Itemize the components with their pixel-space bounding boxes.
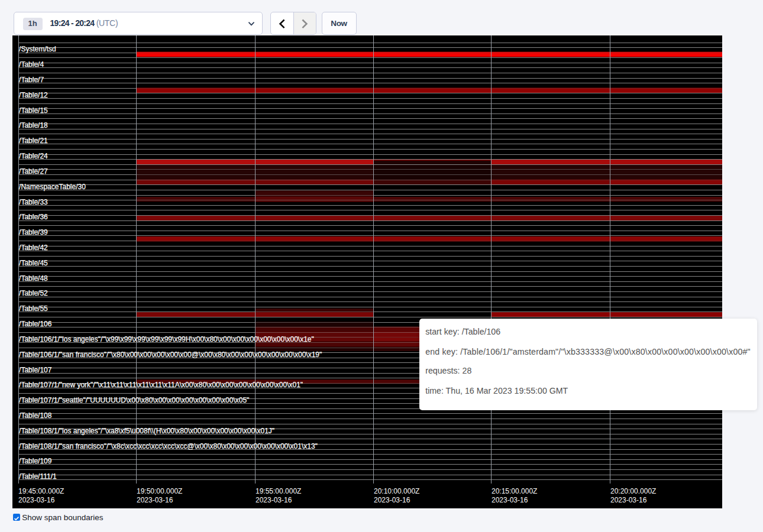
svg-text:/Table/107/1/"new york"/"\x11\: /Table/107/1/"new york"/"\x11\x11\x11\x1…: [19, 381, 303, 389]
svg-text:19:45:00.000Z: 19:45:00.000Z: [18, 487, 64, 495]
svg-text:2023-03-16: 2023-03-16: [610, 496, 647, 504]
svg-text:19:55:00.000Z: 19:55:00.000Z: [256, 487, 301, 495]
svg-text:/Table/27: /Table/27: [19, 167, 48, 176]
svg-text:20:10:00.000Z: 20:10:00.000Z: [374, 487, 419, 495]
svg-text:2023-03-16: 2023-03-16: [492, 496, 528, 504]
svg-text:/Table/55: /Table/55: [19, 304, 48, 313]
svg-text:/Table/42: /Table/42: [19, 244, 48, 252]
svg-text:2023-03-16: 2023-03-16: [18, 496, 55, 504]
svg-text:19:50:00.000Z: 19:50:00.000Z: [137, 487, 182, 495]
svg-text:20:20:00.000Z: 20:20:00.000Z: [610, 487, 656, 495]
svg-text:2023-03-16: 2023-03-16: [374, 496, 410, 504]
svg-text:/Table/108/1/"san francisco"/": /Table/108/1/"san francisco"/"\x8c\xcc\x…: [19, 442, 318, 450]
svg-text:/Table/107: /Table/107: [19, 366, 52, 374]
svg-text:/Table/106/1/"san francisco"/": /Table/106/1/"san francisco"/"\x80\x00\x…: [19, 351, 322, 359]
svg-text:/Table/39: /Table/39: [19, 228, 48, 236]
svg-text:/Table/106: /Table/106: [19, 320, 52, 328]
svg-text:/Table/52: /Table/52: [19, 289, 48, 297]
svg-text:/Table/109: /Table/109: [19, 457, 52, 465]
svg-text:/Table/36: /Table/36: [19, 213, 48, 221]
svg-text:/Table/4: /Table/4: [19, 60, 44, 69]
svg-text:/Table/108: /Table/108: [19, 411, 52, 420]
svg-text:2023-03-16: 2023-03-16: [256, 496, 292, 504]
svg-text:/Table/7: /Table/7: [19, 76, 44, 84]
svg-text:/System/tsd: /System/tsd: [19, 45, 56, 53]
svg-text:/Table/24: /Table/24: [19, 152, 48, 160]
svg-text:/Table/18: /Table/18: [19, 121, 48, 129]
svg-text:/Table/107/1/"seattle"/"UUUUUU: /Table/107/1/"seattle"/"UUUUUUD\x00\x80\…: [19, 396, 249, 404]
svg-text:/NamespaceTable/30: /NamespaceTable/30: [19, 183, 86, 191]
svg-text:/Table/45: /Table/45: [19, 259, 48, 267]
svg-text:/Table/33: /Table/33: [19, 198, 48, 206]
svg-text:20:15:00.000Z: 20:15:00.000Z: [492, 487, 537, 495]
svg-text:/Table/12: /Table/12: [19, 91, 48, 99]
svg-text:/Table/15: /Table/15: [19, 106, 48, 115]
svg-text:/Table/48: /Table/48: [19, 274, 48, 283]
svg-text:2023-03-16: 2023-03-16: [137, 496, 173, 504]
svg-text:/Table/108/1/"los angeles"/"\x: /Table/108/1/"los angeles"/"\xa8\xf5\u00…: [19, 427, 274, 435]
svg-text:/Table/111/1: /Table/111/1: [19, 472, 57, 481]
svg-text:/Table/106/1/"los angeles"/"\x: /Table/106/1/"los angeles"/"\x99\x99\x99…: [19, 335, 314, 343]
svg-text:/Table/21: /Table/21: [19, 137, 48, 145]
